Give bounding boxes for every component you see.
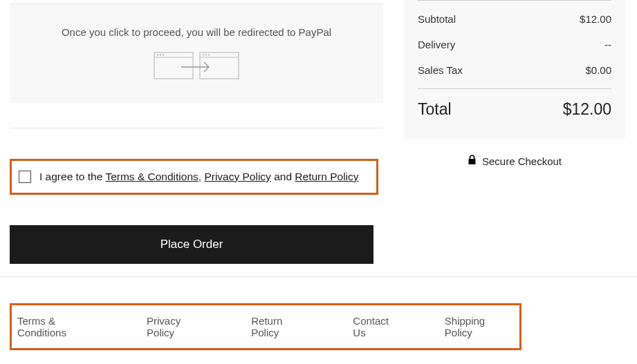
tax-label: Sales Tax <box>418 64 463 76</box>
secure-checkout-row: Secure Checkout <box>404 155 625 167</box>
tax-value: $0.00 <box>585 64 611 76</box>
subtotal-row: Subtotal $12.00 <box>418 6 611 32</box>
svg-point-9 <box>208 54 210 55</box>
subtotal-value: $12.00 <box>580 13 611 25</box>
place-order-button[interactable]: Place Order <box>10 225 373 264</box>
total-label: Total <box>418 100 452 119</box>
paypal-redirect-message: Once you click to proceed, you will be r… <box>24 26 369 38</box>
svg-point-3 <box>160 54 161 55</box>
delivery-label: Delivery <box>418 39 455 50</box>
svg-rect-11 <box>468 159 475 164</box>
consent-checkbox[interactable] <box>19 171 31 183</box>
footer-shipping-link[interactable]: Shipping Policy <box>445 315 514 338</box>
delivery-value: -- <box>604 39 611 50</box>
redirect-windows-icon <box>154 50 239 82</box>
consent-sep2: and <box>271 171 295 182</box>
footer-contact-link[interactable]: Contact Us <box>353 315 403 338</box>
delivery-row: Delivery -- <box>418 32 611 57</box>
terms-link[interactable]: Terms & Conditions <box>105 171 198 182</box>
paypal-redirect-panel: Once you click to proceed, you will be r… <box>10 3 383 103</box>
svg-point-7 <box>203 54 204 55</box>
svg-rect-0 <box>154 52 193 79</box>
order-summary: Subtotal $12.00 Delivery -- Sales Tax $0… <box>404 0 625 140</box>
return-link[interactable]: Return Policy <box>295 171 358 182</box>
footer-terms-link[interactable]: Terms & Conditions <box>17 315 105 338</box>
secure-checkout-label: Secure Checkout <box>482 155 562 167</box>
svg-point-4 <box>163 54 164 55</box>
svg-point-2 <box>157 54 158 55</box>
total-row: Total $12.00 <box>418 89 611 123</box>
footer-links: Terms & Conditions Privacy Policy Return… <box>17 315 514 338</box>
footer-return-link[interactable]: Return Policy <box>251 315 311 338</box>
privacy-link[interactable]: Privacy Policy <box>204 171 270 182</box>
footer-privacy-link[interactable]: Privacy Policy <box>147 315 210 338</box>
lock-icon <box>468 155 477 167</box>
svg-rect-5 <box>200 52 239 79</box>
footer-divider <box>0 276 637 277</box>
consent-text: I agree to the Terms & Conditions, Priva… <box>39 171 359 183</box>
footer-links-highlight: Terms & Conditions Privacy Policy Return… <box>10 303 521 350</box>
subtotal-label: Subtotal <box>418 13 456 25</box>
consent-prefix: I agree to the <box>39 171 105 182</box>
svg-point-8 <box>205 54 207 55</box>
section-divider <box>10 128 383 128</box>
consent-row: I agree to the Terms & Conditions, Priva… <box>10 159 378 195</box>
total-value: $12.00 <box>563 100 611 119</box>
tax-row: Sales Tax $0.00 <box>418 57 611 83</box>
